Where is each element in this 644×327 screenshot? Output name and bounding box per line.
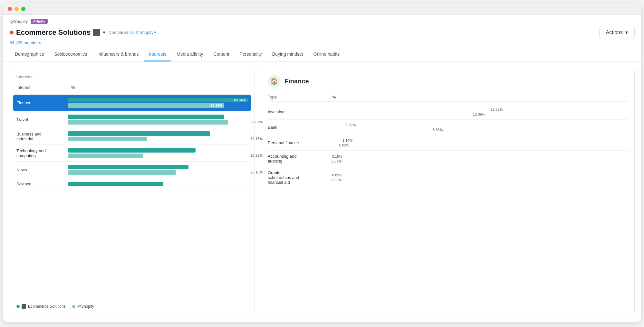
finance-type-name: Grants, scholarships and financial aid bbox=[268, 170, 326, 185]
finance-header: 🏠 Finance bbox=[268, 75, 628, 88]
tab-content[interactable]: Content bbox=[208, 48, 235, 61]
interests-rows: Finance43.54%38.26%Travel38.87%Business … bbox=[16, 95, 248, 190]
page-icon bbox=[93, 29, 100, 36]
finance-rows: Investing13.52%12.09%Bank1.32%8.68%Perso… bbox=[268, 104, 628, 188]
secondary-bar bbox=[68, 120, 228, 125]
secondary-bar bbox=[68, 137, 147, 141]
finance-title: Finance bbox=[284, 78, 309, 85]
interest-col-header: Interest bbox=[16, 85, 68, 90]
tab-demographics[interactable]: Demographics bbox=[10, 48, 49, 61]
interest-bars bbox=[68, 182, 248, 186]
tab-influencers[interactable]: Influencers & brands bbox=[92, 48, 144, 61]
tab-buying[interactable]: Buying mindset bbox=[267, 48, 308, 61]
compared-to-label: Compared to: bbox=[109, 30, 134, 35]
status-dot bbox=[10, 31, 14, 34]
interest-row[interactable]: Science bbox=[16, 178, 248, 190]
finance-type-name: Bank bbox=[268, 125, 326, 130]
interests-panel: Interests Interest ↓ % Finance43.54%38.2… bbox=[10, 68, 255, 315]
compared-row: Compared to: @Shopify ▾ bbox=[109, 30, 156, 35]
finance-bars: 1.14%0.82% bbox=[326, 138, 628, 147]
tab-online[interactable]: Online habits bbox=[308, 48, 345, 61]
interests-legend: Ecommerce Solutions@Shopify bbox=[16, 300, 248, 309]
sort-down-icon: ↓ bbox=[329, 95, 331, 99]
compared-to-value: @Shopify bbox=[135, 30, 154, 35]
maximize-button[interactable] bbox=[21, 7, 25, 11]
main-content: Interests Interest ↓ % Finance43.54%38.2… bbox=[3, 61, 641, 322]
interest-name: Business and industrial bbox=[16, 132, 68, 141]
finance-pct-col-header: ↓ % bbox=[329, 95, 336, 99]
interest-bars: 18.22% bbox=[68, 148, 248, 158]
primary-bar bbox=[68, 182, 163, 186]
legend-color-dot bbox=[16, 305, 20, 308]
primary-bar bbox=[68, 115, 224, 119]
secondary-bar bbox=[68, 170, 176, 175]
legend-label: Ecommerce Solutions bbox=[28, 304, 66, 309]
finance-bars: 1.32%8.68% bbox=[326, 123, 628, 132]
chevron-down-icon: ▾ bbox=[625, 29, 628, 35]
interest-row[interactable]: Travel38.87% bbox=[16, 111, 248, 128]
interest-name: Technology and computing bbox=[16, 148, 68, 158]
finance-type-row: Accounting and auditing0.15%0.07% bbox=[268, 151, 628, 167]
interest-row[interactable]: Finance43.54%38.26% bbox=[13, 95, 251, 111]
interest-name: Travel bbox=[16, 117, 68, 122]
finance-type-name: Personal finance bbox=[268, 140, 326, 145]
primary-bar: 43.54% bbox=[68, 98, 248, 102]
title-group: Ecommerce Solutions ▾ bbox=[10, 28, 105, 37]
secondary-bar: 38.26% bbox=[68, 103, 224, 108]
interest-name: Finance bbox=[16, 100, 68, 105]
finance-type-name: Investing bbox=[268, 109, 326, 114]
type-col-header: Type bbox=[268, 95, 329, 99]
minimize-button[interactable] bbox=[14, 7, 19, 11]
finance-table-header: Type ↓ % bbox=[268, 93, 628, 102]
tab-media[interactable]: Media affinity bbox=[171, 48, 208, 61]
interest-row[interactable]: Technology and computing18.22% bbox=[16, 145, 248, 162]
actions-label: Actions bbox=[606, 30, 623, 35]
interests-section-label: Interests bbox=[16, 75, 248, 79]
title-left: Ecommerce Solutions ▾ Compared to: @Shop… bbox=[10, 28, 156, 37]
tab-personality[interactable]: Personality bbox=[235, 48, 267, 61]
finance-type-row: Bank1.32%8.68% bbox=[268, 120, 628, 135]
nav-tabs: DemographicsSocioeconomicsInfluencers & … bbox=[3, 48, 641, 61]
brand-row: @Shopify Affinity bbox=[10, 19, 635, 24]
actions-button[interactable]: Actions ▾ bbox=[599, 26, 635, 39]
interest-name: News bbox=[16, 167, 68, 172]
secondary-bar bbox=[68, 154, 143, 158]
app-header: @Shopify Affinity Ecommerce Solutions ▾ … bbox=[3, 15, 641, 45]
finance-icon: 🏠 bbox=[268, 75, 281, 88]
interest-bars: 26.15% bbox=[68, 165, 248, 175]
legend-item: Ecommerce Solutions bbox=[16, 304, 66, 309]
legend-color-dot bbox=[72, 305, 75, 308]
interest-name: Science bbox=[16, 182, 68, 186]
sort-down-icon: ↓ bbox=[68, 85, 70, 90]
titlebar bbox=[3, 3, 641, 15]
title-dropdown-button[interactable]: ▾ bbox=[103, 29, 105, 35]
finance-bars: 0.05%0.05% bbox=[326, 173, 628, 182]
finance-type-row: Personal finance1.14%0.82% bbox=[268, 135, 628, 151]
finance-bars: 13.52%12.09% bbox=[326, 107, 628, 116]
title-row: Ecommerce Solutions ▾ Compared to: @Shop… bbox=[10, 26, 635, 39]
finance-panel: 🏠 Finance Type ↓ % Investing13.52%12.09%… bbox=[261, 68, 635, 315]
primary-bar bbox=[68, 165, 188, 169]
primary-bar bbox=[68, 148, 196, 153]
finance-type-row: Investing13.52%12.09% bbox=[268, 104, 628, 120]
finance-type-row: Grants, scholarships and financial aid0.… bbox=[268, 167, 628, 188]
legend-icon bbox=[22, 304, 26, 309]
primary-bar bbox=[68, 131, 210, 136]
interest-bars: 19.13% bbox=[68, 131, 248, 141]
tab-interests[interactable]: Interests bbox=[144, 48, 172, 61]
affinity-badge: Affinity bbox=[31, 19, 48, 24]
close-button[interactable] bbox=[8, 7, 12, 11]
interest-row[interactable]: News26.15% bbox=[16, 162, 248, 178]
legend-label: @Shopify bbox=[77, 304, 94, 309]
interest-bars: 43.54%38.26% bbox=[68, 98, 248, 108]
legend-item: @Shopify bbox=[72, 304, 94, 309]
interest-row[interactable]: Business and industrial19.13% bbox=[16, 128, 248, 145]
brand-at: @Shopify bbox=[10, 19, 28, 24]
finance-type-name: Accounting and auditing bbox=[268, 154, 326, 164]
main-window: @Shopify Affinity Ecommerce Solutions ▾ … bbox=[3, 3, 641, 322]
tab-socioeconomics[interactable]: Socioeconomics bbox=[49, 48, 92, 61]
interest-bars: 38.87% bbox=[68, 115, 248, 125]
page-title: Ecommerce Solutions bbox=[16, 28, 91, 37]
compared-to-link[interactable]: @Shopify ▾ bbox=[135, 30, 157, 35]
members-count: 84 425 members bbox=[10, 40, 635, 45]
